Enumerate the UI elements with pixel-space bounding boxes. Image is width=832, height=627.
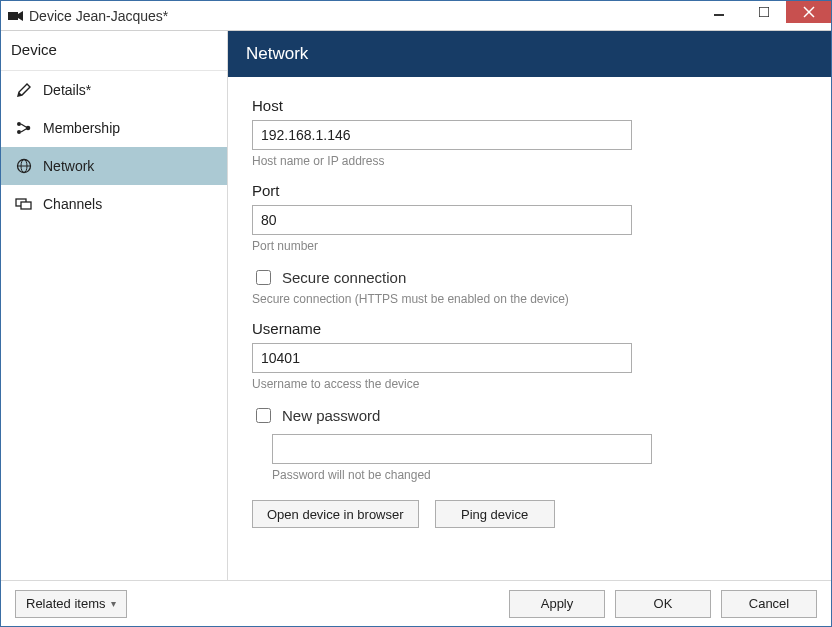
minimize-button[interactable] xyxy=(696,1,741,23)
svg-rect-1 xyxy=(714,14,724,16)
username-input[interactable] xyxy=(252,343,632,373)
port-input[interactable] xyxy=(252,205,632,235)
sidebar-item-channels[interactable]: Channels xyxy=(1,185,227,223)
svg-point-5 xyxy=(17,122,21,126)
device-window: Device Jean-Jacques* Device Details* xyxy=(0,0,832,627)
newpass-help: Password will not be changed xyxy=(272,468,807,482)
sidebar-item-details[interactable]: Details* xyxy=(1,71,227,109)
sidebar-item-network[interactable]: Network xyxy=(1,147,227,185)
sidebar-item-label: Membership xyxy=(43,120,120,136)
sidebar-item-label: Network xyxy=(43,158,94,174)
secure-field: Secure connection Secure connection (HTT… xyxy=(252,267,807,306)
sidebar: Device Details* Membership Network xyxy=(1,31,228,580)
monitors-icon xyxy=(15,195,33,213)
close-button[interactable] xyxy=(786,1,831,23)
sidebar-item-label: Channels xyxy=(43,196,102,212)
newpass-label: New password xyxy=(282,407,380,424)
svg-point-7 xyxy=(26,126,31,131)
svg-rect-0 xyxy=(8,12,18,20)
ok-button[interactable]: OK xyxy=(615,590,711,618)
port-field: Port Port number xyxy=(252,182,807,253)
host-label: Host xyxy=(252,97,807,114)
action-row: Open device in browser Ping device xyxy=(252,500,807,528)
ping-button[interactable]: Ping device xyxy=(435,500,555,528)
secure-help: Secure connection (HTTPS must be enabled… xyxy=(252,292,807,306)
related-items-button[interactable]: Related items ▾ xyxy=(15,590,127,618)
sidebar-header: Device xyxy=(1,31,227,71)
svg-line-9 xyxy=(21,129,26,132)
cancel-button[interactable]: Cancel xyxy=(721,590,817,618)
form-area: Host Host name or IP address Port Port n… xyxy=(228,77,831,580)
maximize-button[interactable] xyxy=(741,1,786,23)
camera-icon xyxy=(7,10,25,22)
sidebar-item-membership[interactable]: Membership xyxy=(1,109,227,147)
secure-label: Secure connection xyxy=(282,269,406,286)
host-input[interactable] xyxy=(252,120,632,150)
host-help: Host name or IP address xyxy=(252,154,807,168)
svg-rect-2 xyxy=(759,7,769,17)
svg-line-8 xyxy=(21,124,26,127)
username-help: Username to access the device xyxy=(252,377,807,391)
apply-button[interactable]: Apply xyxy=(509,590,605,618)
newpass-input[interactable] xyxy=(272,434,652,464)
host-field: Host Host name or IP address xyxy=(252,97,807,168)
globe-icon xyxy=(15,157,33,175)
secure-checkbox[interactable] xyxy=(256,270,271,285)
newpass-checkbox[interactable] xyxy=(256,408,271,423)
port-help: Port number xyxy=(252,239,807,253)
titlebar: Device Jean-Jacques* xyxy=(1,1,831,31)
username-field: Username Username to access the device xyxy=(252,320,807,391)
footer: Related items ▾ Apply OK Cancel xyxy=(1,580,831,626)
window-controls xyxy=(696,1,831,30)
related-items-label: Related items xyxy=(26,596,105,611)
svg-point-6 xyxy=(17,130,21,134)
svg-rect-14 xyxy=(21,202,31,209)
username-label: Username xyxy=(252,320,807,337)
open-browser-button[interactable]: Open device in browser xyxy=(252,500,419,528)
chevron-down-icon: ▾ xyxy=(111,598,116,609)
panel-title: Network xyxy=(228,31,831,77)
newpass-field: New password Password will not be change… xyxy=(252,405,807,482)
main-panel: Network Host Host name or IP address Por… xyxy=(228,31,831,580)
pencil-icon xyxy=(15,81,33,99)
window-title: Device Jean-Jacques* xyxy=(29,8,696,24)
nodes-icon xyxy=(15,119,33,137)
body: Device Details* Membership Network xyxy=(1,31,831,580)
port-label: Port xyxy=(252,182,807,199)
sidebar-item-label: Details* xyxy=(43,82,91,98)
